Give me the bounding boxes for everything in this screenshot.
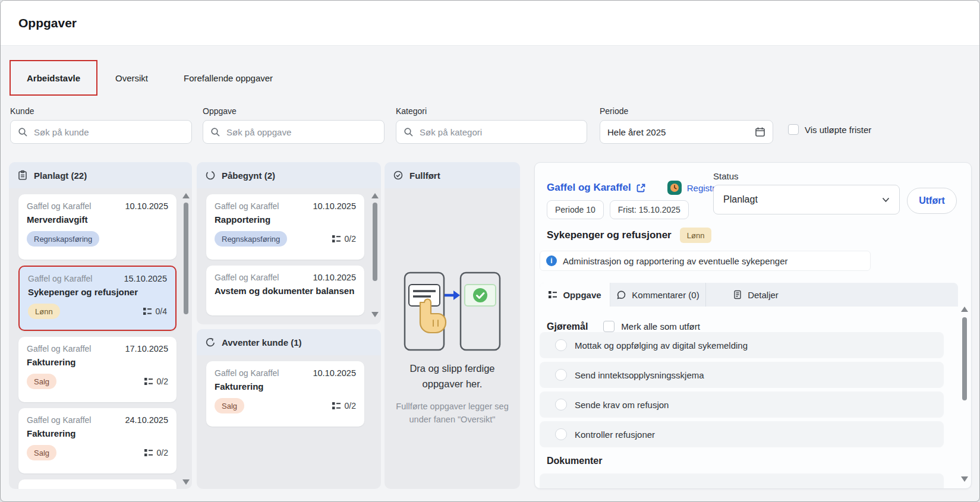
column-title: Påbegynt (2): [222, 171, 275, 181]
card-company: Gaffel og Karaffel: [27, 201, 91, 211]
status-value: Planlagt: [723, 194, 758, 205]
kunde-label: Kunde: [10, 106, 192, 116]
todo-checkbox[interactable]: [555, 369, 567, 381]
column-planlagt: Planlagt (22) Gaffel og Karaffel 10.10.2…: [9, 162, 192, 489]
card-due-date: 24.10.2025: [125, 415, 168, 425]
filter-kategori: Kategori: [396, 106, 587, 144]
card-company: Gaffel og Karaffel: [27, 415, 91, 425]
planlagt-scrollbar[interactable]: [182, 162, 190, 489]
tasks-app-window: Oppgaver Arbeidstavle Oversikt Forefalle…: [0, 0, 980, 502]
fullfort-dropzone[interactable]: Dra og slipp ferdige oppgaver her. Fullf…: [385, 264, 520, 426]
card-title: Fakturering: [27, 356, 168, 368]
filter-kunde: Kunde: [10, 106, 192, 144]
comment-icon: [616, 290, 626, 300]
dropzone-title: Dra og slipp ferdige oppgaver her.: [393, 361, 512, 392]
category-badge: Salg: [215, 398, 244, 413]
details-icon: [733, 290, 742, 299]
search-icon: [404, 127, 414, 137]
category-badge: Salg: [27, 374, 56, 389]
dropzone-subtitle: Fullførte oppgaver legger seg under fane…: [394, 400, 511, 427]
column-pabegynt: Påbegynt (2) Gaffel og Karaffel 10.10.20…: [197, 162, 381, 324]
column-title: Fullført: [409, 171, 440, 181]
task-card-selected[interactable]: Gaffel og Karaffel 15.10.2025 Sykepenger…: [18, 266, 177, 331]
category-badge: Salg: [27, 445, 56, 460]
detail-tab-oppgave[interactable]: Oppgave: [540, 283, 610, 307]
card-progress: 0/4: [143, 307, 167, 316]
tab-oversikt[interactable]: Oversikt: [97, 60, 166, 96]
task-card[interactable]: Gaffel og Karaffel 10.10.2025 Merverdiav…: [18, 194, 177, 260]
todo-header: Gjøremål Merk alle som utført: [547, 321, 959, 332]
task-card[interactable]: Gaffel og Karaffel 24.10.2025 Fakturerin…: [18, 408, 177, 473]
todo-checkbox[interactable]: [555, 428, 567, 440]
checklist-icon: [144, 377, 153, 386]
check-circle-icon: [393, 170, 404, 181]
category-badge: Lønn: [28, 304, 60, 319]
card-progress: 0/2: [332, 234, 356, 244]
todo-label: Kontroller refusjoner: [575, 430, 655, 440]
todo-checkbox[interactable]: [555, 339, 567, 351]
task-category-badge: Lønn: [680, 228, 712, 243]
customer-link[interactable]: Gaffel og Karaffel: [547, 182, 646, 194]
status-dropdown[interactable]: Planlagt: [713, 185, 900, 214]
period-pill: Periode 10: [547, 200, 604, 219]
column-title: Planlagt (22): [34, 171, 87, 181]
card-company: Gaffel og Karaffel: [27, 344, 91, 353]
mark-all-checkbox[interactable]: [603, 321, 615, 332]
todo-item[interactable]: Send inntektsopplysningsskjema: [540, 362, 944, 388]
card-due-date: 15.10.2025: [124, 274, 167, 283]
card-due-date: 17.10.2025: [125, 344, 168, 353]
pabegynt-scrollbar[interactable]: [371, 162, 379, 324]
category-search-input[interactable]: [420, 127, 579, 137]
tab-forefallende-oppgaver[interactable]: Forefallende oppgaver: [166, 60, 291, 96]
card-company: Gaffel og Karaffel: [215, 201, 279, 211]
card-progress: 0/2: [332, 401, 356, 411]
tab-arbeidstavle[interactable]: Arbeidstavle: [10, 60, 97, 96]
card-due-date: 10.10.2025: [313, 273, 356, 282]
filter-oppgave: Oppgave: [203, 106, 385, 144]
column-fullfort: Fullført Dra og slipp ferdige oppgaver h…: [385, 162, 520, 489]
todo-item[interactable]: Kontroller refusjoner: [540, 421, 944, 447]
detail-tab-kommentarer[interactable]: Kommentarer (0): [610, 283, 706, 307]
page-header: Oppgaver: [1, 1, 979, 46]
todo-item[interactable]: Mottak og oppfølging av digital sykemeld…: [540, 332, 944, 358]
task-card[interactable]: Gaffel og Karaffel 10.10.2025 Rapporteri…: [206, 194, 364, 260]
detail-scrollbar[interactable]: [961, 163, 968, 488]
task-card[interactable]: Gaffel og Karaffel 10.10.2025 Fakturerin…: [206, 361, 364, 427]
customer-search-input[interactable]: [34, 127, 184, 137]
category-badge: Regnskapsføring: [27, 231, 99, 247]
column-pabegynt-header: Påbegynt (2): [197, 162, 381, 188]
card-progress: 0/2: [144, 448, 168, 457]
info-text: Administrasjon og rapportering av eventu…: [563, 256, 788, 266]
checklist-icon: [144, 448, 153, 457]
register-timer-icon: [667, 181, 682, 195]
waiting-redo-icon: [205, 337, 216, 348]
card-title: Fakturering: [215, 381, 356, 393]
oppgave-label: Oppgave: [203, 106, 385, 116]
progress-ring-icon: [205, 170, 216, 181]
task-card[interactable]: Gaffel og Karaffel 10.10.2025 Avstem og …: [206, 266, 364, 315]
card-title: Rapportering: [215, 214, 356, 226]
periode-label: Periode: [600, 106, 773, 116]
period-picker[interactable]: Hele året 2025: [600, 120, 773, 144]
clipboard-icon: [17, 170, 28, 181]
column-planlagt-header: Planlagt (22): [9, 162, 192, 188]
task-search-input[interactable]: [226, 127, 377, 137]
todo-item[interactable]: Sende krav om refusjon: [540, 392, 944, 418]
mark-done-button[interactable]: Utført: [907, 188, 957, 214]
task-card[interactable]: Gaffel og Karaffel 17.10.2025 Fakturerin…: [18, 337, 177, 402]
search-icon: [18, 127, 28, 137]
card-company: Gaffel og Karaffel: [28, 274, 92, 283]
main-tab-bar: Arbeidstavle Oversikt Forefallende oppga…: [10, 60, 291, 96]
card-due-date: 10.10.2025: [313, 368, 356, 378]
show-expired-checkbox[interactable]: [788, 124, 799, 135]
card-due-date: 10.10.2025: [125, 201, 168, 211]
todo-checkbox[interactable]: [555, 399, 567, 411]
detail-tab-detaljer[interactable]: Detaljer: [706, 283, 805, 307]
detail-header: Gaffel og Karaffel Registrer timer Statu…: [535, 163, 971, 193]
task-info-banner: i Administrasjon og rapportering av even…: [540, 251, 871, 271]
document-row-clipped[interactable]: [540, 473, 944, 489]
task-card-clipped[interactable]: [18, 479, 177, 489]
chevron-down-icon: [882, 197, 890, 203]
external-link-icon: [636, 183, 646, 193]
column-avventer-header: Avventer kunde (1): [197, 329, 381, 355]
